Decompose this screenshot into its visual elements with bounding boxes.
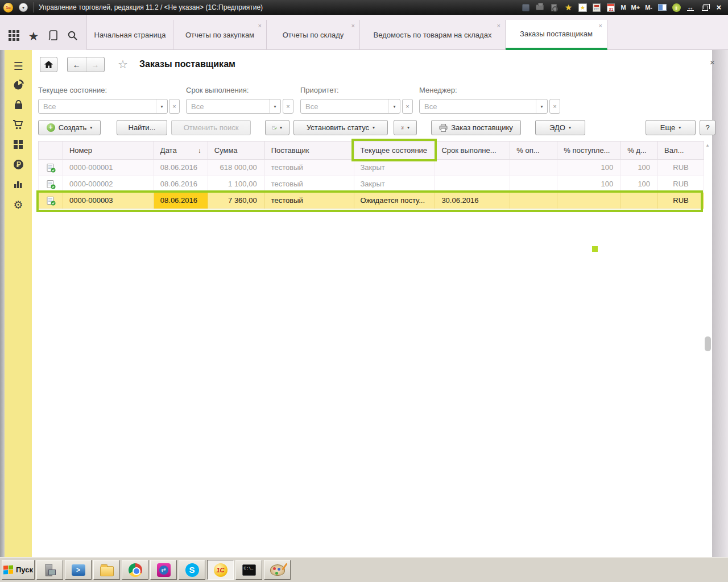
cell-pct-paid [510,176,557,192]
dropdown-arrow-icon[interactable]: ▾ [156,99,167,113]
quick-panel: ★ [0,15,87,50]
taskbar-item-chrome[interactable] [122,560,148,580]
column-header-state[interactable]: Текущее состояние [354,142,436,159]
filter-manager-combobox[interactable]: Все ▾ [419,99,548,114]
info-icon[interactable]: i [672,3,681,12]
tab-home[interactable]: Начальная страница [87,20,173,50]
sections-grid-icon[interactable] [9,30,19,43]
tab-purchase-reports[interactable]: Отчеты по закупкам × [173,20,267,50]
memory-m-plus-button[interactable]: M+ [631,4,640,11]
cell-pct-debt: 100 [621,176,658,192]
shopping-bag-section-icon[interactable] [5,99,32,113]
back-button[interactable]: ← [68,57,86,72]
table-row-selected[interactable]: 0000-000003 08.06.2016 7 360,00 тестовый… [38,193,704,209]
scrollbar-up-icon[interactable]: ▴ [704,142,711,148]
tab-label: Отчеты по закупкам [185,31,254,39]
close-window-button[interactable]: × [714,3,723,12]
scrollbar-thumb[interactable] [705,336,711,351]
shopping-cart-section-icon[interactable] [5,119,32,133]
help-button[interactable]: ? [700,120,715,135]
table-row[interactable]: 0000-000002 08.06.2016 1 100,00 тестовый… [38,176,704,193]
bar-chart-section-icon[interactable] [5,179,32,192]
column-header-currency[interactable]: Вал... [658,142,704,159]
filter-label-due: Срок выполнения: [186,86,249,94]
taskbar-item-paint[interactable] [264,560,291,580]
fit-width-icon[interactable]: ↔ [686,3,695,12]
dropdown-arrow-icon[interactable]: ▾ [536,99,547,113]
supplier-order-print-button[interactable]: Заказ поставщику [431,120,521,135]
create-button[interactable]: + Создать ▾ [38,120,101,135]
taskbar-item-explorer[interactable] [93,560,120,580]
column-header-sum[interactable]: Сумма [208,142,265,159]
tab-warehouse-reports[interactable]: Отчеты по складу × [267,20,360,50]
column-header-pct-paid[interactable]: % оп... [510,142,557,159]
filter-priority-combobox[interactable]: Все ▾ [300,99,400,114]
tab-bar: ★ Начальная страница Отчеты по закупкам … [0,15,728,50]
start-button[interactable]: Пуск [2,560,35,580]
load-table-icon-button[interactable]: ▾ [265,120,289,135]
favorite-star-icon[interactable]: ☆ [118,57,128,71]
column-header-due[interactable]: Срок выполне... [435,142,510,159]
tab-goods-statement[interactable]: Ведомость по товарам на складах × [360,20,506,50]
filter-due-clear-button[interactable]: × [283,99,293,114]
settings-gear-icon[interactable]: ⚙ [5,199,32,211]
filter-state-clear-button[interactable]: × [169,99,180,114]
dropdown-arrow-icon[interactable]: ▾ [269,99,280,113]
column-header-date[interactable]: Дата ↓ [154,142,208,159]
window-grid-section-icon[interactable] [5,139,32,152]
tab-supplier-orders[interactable]: Заказы поставщикам × [506,20,607,50]
main-menu-icon[interactable]: ☰ [5,60,32,73]
filter-due-combobox[interactable]: Все ▾ [186,99,281,114]
split-window-icon[interactable] [657,3,667,12]
dropdown-arrow-icon[interactable]: ▾ [388,99,400,113]
memory-m-button[interactable]: M [621,4,626,11]
favorites-icon[interactable]: ★ [578,3,587,12]
table-row[interactable]: 0000-000001 08.06.2016 618 000,00 тестов… [38,160,704,176]
history-icon[interactable] [48,30,59,43]
edo-button[interactable]: ЭДО ▾ [535,120,585,135]
tab-close-icon[interactable]: × [497,22,500,29]
tab-close-icon[interactable]: × [599,22,602,29]
column-header-pct-debt[interactable]: % д... [621,142,658,159]
column-header-number[interactable]: Номер [63,142,154,159]
calculator-icon[interactable] [592,3,601,12]
chart-report-icon-button[interactable]: ▾ [394,120,417,135]
restore-window-button[interactable] [700,3,709,12]
pie-chart-section-icon[interactable] [5,80,32,93]
main-menu-dropdown-button[interactable]: ▾ [19,3,28,12]
calendar-icon[interactable]: 31 [606,3,615,12]
column-header-supplier[interactable]: Поставщик [265,142,354,159]
column-header-pct-received[interactable]: % поступле... [557,142,621,159]
ruble-finance-section-icon[interactable] [5,159,32,173]
filter-state-value: Все [39,102,156,111]
cell-due [435,160,510,176]
chevron-down-icon: ▾ [373,125,375,130]
order-doc-check-icon [47,164,56,173]
favorites-star-icon[interactable]: ★ [28,30,39,43]
search-icon[interactable] [67,30,78,43]
forward-button[interactable]: → [86,57,105,72]
cmd-icon: C:\_ [242,564,256,576]
set-status-button[interactable]: Установить статус ▾ [293,120,388,135]
tab-close-icon[interactable]: × [258,22,262,29]
cancel-search-button[interactable]: Отменить поиск [171,120,251,135]
taskbar-item-cmd[interactable]: C:\_ [235,560,262,580]
home-button[interactable] [40,57,57,72]
memory-m-minus-button[interactable]: M- [645,4,652,11]
taskbar-item-1c-active[interactable]: 1С [207,560,234,580]
find-button[interactable]: Найти... [117,120,167,135]
add-favorite-icon[interactable]: ★ [564,3,573,12]
taskbar-item-teamviewer[interactable]: ⇄ [150,560,177,580]
more-button[interactable]: Еще ▾ [646,120,696,135]
taskbar-item-powershell[interactable]: > [65,560,92,580]
taskbar-item-computer[interactable] [36,560,63,580]
filter-priority-clear-button[interactable]: × [402,99,413,114]
column-header-icon[interactable] [39,142,63,159]
tab-close-icon[interactable]: × [351,22,355,29]
form-close-icon[interactable]: × [710,57,715,67]
cell-pct-debt: 100 [621,160,658,176]
filter-manager-clear-button[interactable]: × [549,99,560,114]
filter-state-combobox[interactable]: Все ▾ [38,99,168,114]
cell-due: 30.06.2016 [435,193,510,209]
taskbar-item-skype[interactable]: S [179,560,205,580]
